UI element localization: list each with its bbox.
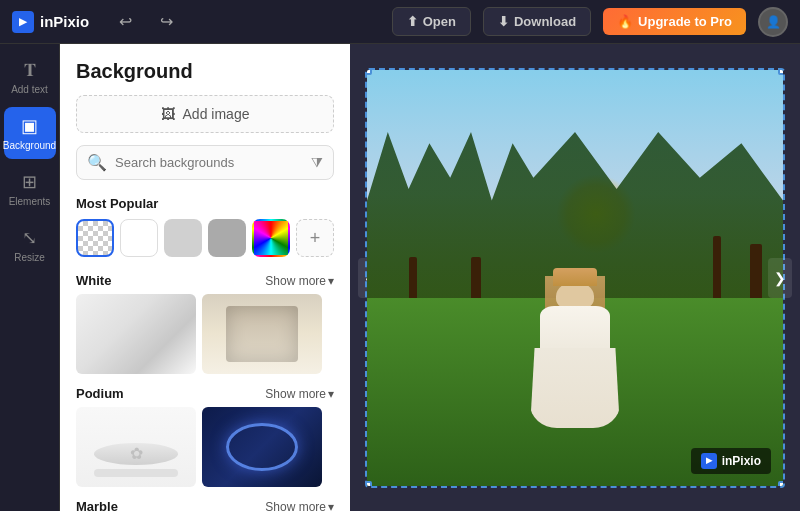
text-icon: 𝐓 bbox=[24, 60, 36, 81]
thumbnail-white-1[interactable] bbox=[76, 294, 196, 374]
chevron-down-icon-2: ▾ bbox=[328, 387, 334, 401]
app-name: inPixio bbox=[40, 13, 89, 30]
download-button[interactable]: ⬇ Download bbox=[483, 7, 591, 36]
photo-scene bbox=[367, 70, 783, 486]
show-more-white[interactable]: Show more ▾ bbox=[265, 274, 334, 288]
chevron-down-icon-3: ▾ bbox=[328, 500, 334, 512]
most-popular-label: Most Popular bbox=[60, 192, 350, 219]
background-panel: Background 🖼 Add image 🔍 ⧩ Most Popular … bbox=[60, 44, 350, 511]
category-white-title: White bbox=[76, 273, 111, 288]
chevron-down-icon: ▾ bbox=[328, 274, 334, 288]
swatch-transparent[interactable] bbox=[76, 219, 114, 257]
open-button[interactable]: ⬆ Open bbox=[392, 7, 471, 36]
filter-icon[interactable]: ⧩ bbox=[311, 154, 323, 171]
watermark-text: inPixio bbox=[722, 454, 761, 468]
add-image-button[interactable]: 🖼 Add image bbox=[76, 95, 334, 133]
category-marble-header: Marble Show more ▾ bbox=[60, 495, 350, 511]
show-more-podium[interactable]: Show more ▾ bbox=[265, 387, 334, 401]
sidebar-item-label-resize: Resize bbox=[14, 252, 45, 263]
open-label: Open bbox=[423, 14, 456, 29]
redo-button[interactable]: ↪ bbox=[152, 6, 181, 37]
upgrade-button[interactable]: 🔥 Upgrade to Pro bbox=[603, 8, 746, 35]
canvas-image: ▶ inPixio bbox=[365, 68, 785, 488]
sidebar-item-resize[interactable]: ⤡ Resize bbox=[4, 219, 56, 271]
search-input[interactable] bbox=[115, 155, 303, 170]
handle-bottom-right[interactable] bbox=[778, 481, 785, 488]
thumbnail-grid-podium: ✿ bbox=[60, 407, 350, 487]
category-podium-header: Podium Show more ▾ bbox=[60, 382, 350, 407]
undo-button[interactable]: ↩ bbox=[111, 6, 140, 37]
watermark-logo-icon: ▶ bbox=[701, 453, 717, 469]
swatch-add-button[interactable]: + bbox=[296, 219, 334, 257]
swatch-gray[interactable] bbox=[208, 219, 246, 257]
app-logo: ▶ inPixio bbox=[12, 11, 89, 33]
handle-top-right[interactable] bbox=[778, 68, 785, 75]
panel-title: Background bbox=[60, 44, 350, 95]
resize-icon: ⤡ bbox=[22, 227, 37, 249]
watermark: ▶ inPixio bbox=[691, 448, 771, 474]
upgrade-icon: 🔥 bbox=[617, 14, 633, 29]
sidebar-item-background[interactable]: ▣ Background bbox=[4, 107, 56, 159]
figure bbox=[525, 268, 625, 444]
canvas-area: ❮ bbox=[350, 44, 800, 511]
category-podium: Podium Show more ▾ ✿ bbox=[60, 382, 350, 495]
elements-icon: ⊞ bbox=[22, 171, 37, 193]
thumbnail-white-2[interactable] bbox=[202, 294, 322, 374]
category-podium-title: Podium bbox=[76, 386, 124, 401]
add-image-icon: 🖼 bbox=[161, 106, 175, 122]
show-more-marble[interactable]: Show more ▾ bbox=[265, 500, 334, 512]
category-marble: Marble Show more ▾ bbox=[60, 495, 350, 511]
handle-top-left[interactable] bbox=[365, 68, 372, 75]
color-swatches: + bbox=[60, 219, 350, 269]
sidebar-item-label-background: Background bbox=[3, 140, 56, 151]
canvas-right-arrow[interactable]: ❯ bbox=[768, 258, 792, 298]
download-icon: ⬇ bbox=[498, 14, 509, 29]
sidebar-item-elements[interactable]: ⊞ Elements bbox=[4, 163, 56, 215]
canvas-image-wrapper: ▶ inPixio bbox=[365, 68, 785, 488]
swatch-rainbow[interactable] bbox=[252, 219, 290, 257]
search-row: 🔍 ⧩ bbox=[76, 145, 334, 180]
handle-bottom-left[interactable] bbox=[365, 481, 372, 488]
background-icon: ▣ bbox=[21, 115, 38, 137]
sidebar-item-add-text[interactable]: 𝐓 Add text bbox=[4, 52, 56, 103]
open-icon: ⬆ bbox=[407, 14, 418, 29]
header: ▶ inPixio ↩ ↪ ⬆ Open ⬇ Download 🔥 Upgrad… bbox=[0, 0, 800, 44]
swatch-white[interactable] bbox=[120, 219, 158, 257]
category-white-header: White Show more ▾ bbox=[60, 269, 350, 294]
upgrade-label: Upgrade to Pro bbox=[638, 14, 732, 29]
category-white: White Show more ▾ bbox=[60, 269, 350, 382]
thumbnail-podium-1[interactable]: ✿ bbox=[76, 407, 196, 487]
sidebar-nav: 𝐓 Add text ▣ Background ⊞ Elements ⤡ Res… bbox=[0, 44, 60, 511]
sidebar-item-label-elements: Elements bbox=[9, 196, 51, 207]
thumbnail-podium-2[interactable] bbox=[202, 407, 322, 487]
swatch-light-gray[interactable] bbox=[164, 219, 202, 257]
main-area: 𝐓 Add text ▣ Background ⊞ Elements ⤡ Res… bbox=[0, 44, 800, 511]
thumbnail-grid-white bbox=[60, 294, 350, 374]
download-label: Download bbox=[514, 14, 576, 29]
user-avatar[interactable]: 👤 bbox=[758, 7, 788, 37]
sidebar-item-label-text: Add text bbox=[11, 84, 48, 95]
category-marble-title: Marble bbox=[76, 499, 118, 511]
add-image-label: Add image bbox=[183, 106, 250, 122]
search-icon: 🔍 bbox=[87, 153, 107, 172]
logo-icon: ▶ bbox=[12, 11, 34, 33]
